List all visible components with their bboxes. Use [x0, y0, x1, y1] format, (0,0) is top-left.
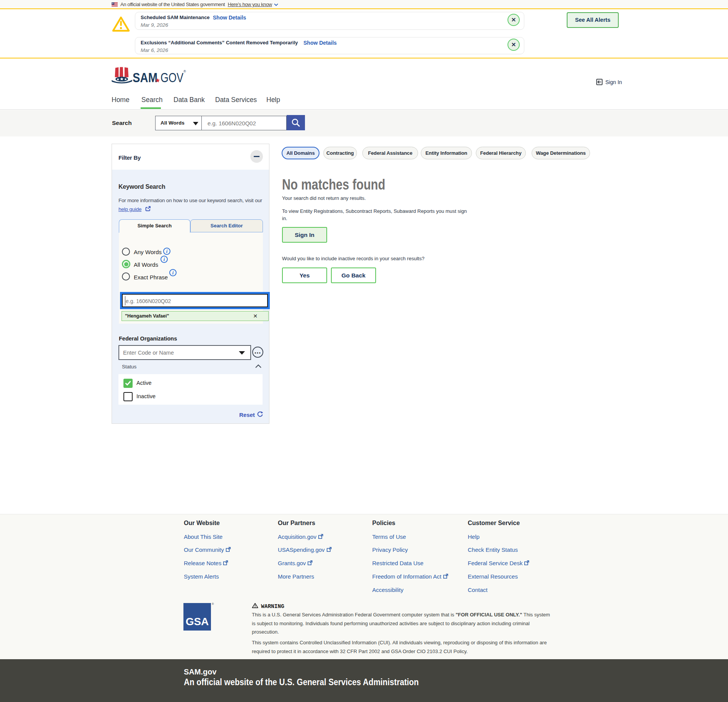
- svg-text:GOV: GOV: [161, 70, 183, 85]
- svg-text:®: ®: [183, 70, 186, 73]
- svg-text:SAM: SAM: [133, 70, 157, 85]
